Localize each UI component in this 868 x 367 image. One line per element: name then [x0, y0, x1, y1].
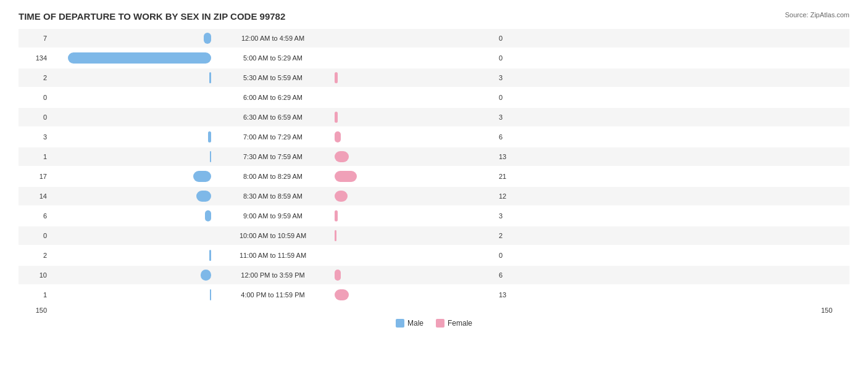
right-bar-container: [335, 72, 495, 83]
female-bar: [335, 191, 348, 202]
legend-male: Male: [396, 319, 424, 328]
right-value: 6: [495, 271, 527, 279]
left-value: 0: [19, 113, 51, 121]
left-value: 0: [19, 94, 51, 101]
left-bar-container: [51, 289, 211, 300]
right-bar-container: [335, 131, 495, 142]
right-value: 0: [495, 252, 527, 259]
bar-row: 1 4:00 PM to 11:59 PM 13: [19, 286, 849, 304]
time-label: 4:00 PM to 11:59 PM: [211, 291, 335, 299]
legend-male-box: [396, 319, 404, 328]
legend-female-box: [436, 319, 444, 328]
time-label: 7:30 AM to 7:59 AM: [211, 153, 335, 160]
left-bar-container: [51, 250, 211, 261]
male-bar: [196, 191, 211, 202]
right-value: 3: [495, 113, 527, 121]
bar-row: 2 11:00 AM to 11:59 AM 0: [19, 246, 849, 265]
chart-container: TIME OF DEPARTURE TO WORK BY SEX IN ZIP …: [0, 0, 868, 367]
right-bar-container: [335, 250, 495, 261]
right-bar-container: [335, 33, 495, 44]
right-bar-container: [335, 52, 495, 64]
left-bar-container: [51, 52, 211, 64]
time-label: 12:00 PM to 3:59 PM: [211, 271, 335, 279]
right-bar-container: [335, 210, 495, 221]
bar-row: 2 5:30 AM to 5:59 AM 3: [19, 68, 849, 87]
right-bar-container: [335, 171, 495, 182]
time-label: 8:30 AM to 8:59 AM: [211, 192, 335, 200]
male-bar: [68, 52, 211, 64]
bar-row: 0 6:00 AM to 6:29 AM 0: [19, 88, 849, 107]
female-bar: [335, 210, 338, 221]
bar-row: 0 6:30 AM to 6:59 AM 3: [19, 108, 849, 126]
male-bar: [201, 270, 211, 281]
left-bar-container: [51, 270, 211, 281]
right-value: 3: [495, 74, 527, 81]
left-value: 6: [19, 212, 51, 220]
right-bar-container: [335, 289, 495, 300]
left-value: 2: [19, 74, 51, 81]
right-bar-container: [335, 191, 495, 202]
left-bar-container: [51, 72, 211, 83]
female-bar: [335, 289, 349, 300]
time-label: 10:00 AM to 10:59 AM: [211, 232, 335, 239]
left-bar-container: [51, 171, 211, 182]
time-label: 8:00 AM to 8:29 AM: [211, 173, 335, 180]
bar-row: 7 12:00 AM to 4:59 AM 0: [19, 29, 849, 47]
time-label: 6:00 AM to 6:29 AM: [211, 94, 335, 101]
bar-row: 10 12:00 PM to 3:59 PM 6: [19, 266, 849, 284]
male-bar: [204, 33, 211, 44]
left-value: 17: [19, 173, 51, 180]
right-value: 0: [495, 54, 527, 62]
female-bar: [335, 230, 336, 241]
female-bar: [335, 270, 341, 281]
time-label: 11:00 AM to 11:59 AM: [211, 252, 335, 259]
left-value: 10: [19, 271, 51, 279]
right-value: 21: [495, 173, 527, 180]
bar-row: 134 5:00 AM to 5:29 AM 0: [19, 49, 849, 67]
female-bar: [335, 171, 357, 182]
right-value: 13: [495, 153, 527, 160]
left-value: 3: [19, 133, 51, 141]
legend-male-label: Male: [407, 319, 424, 328]
bar-row: 0 10:00 AM to 10:59 AM 2: [19, 226, 849, 245]
left-value: 14: [19, 192, 51, 200]
legend-female-label: Female: [448, 319, 472, 328]
time-label: 9:00 AM to 9:59 AM: [211, 212, 335, 220]
left-value: 7: [19, 35, 51, 42]
right-value: 0: [495, 94, 527, 101]
time-label: 6:30 AM to 6:59 AM: [211, 113, 335, 121]
male-bar: [205, 210, 211, 221]
right-bar-container: [335, 230, 495, 241]
left-bar-container: [51, 230, 211, 241]
chart-area: 7 12:00 AM to 4:59 AM 0 134 5:00 AM to 5…: [19, 29, 849, 304]
bar-row: 3 7:00 AM to 7:29 AM 6: [19, 128, 849, 146]
left-value: 1: [19, 291, 51, 299]
female-bar: [335, 112, 338, 123]
left-value: 0: [19, 232, 51, 239]
right-bar-container: [335, 270, 495, 281]
male-bar: [193, 171, 211, 182]
left-value: 134: [19, 54, 51, 62]
right-value: 6: [495, 133, 527, 141]
left-bar-container: [51, 151, 211, 162]
left-value: 1: [19, 153, 51, 160]
chart-title: TIME OF DEPARTURE TO WORK BY SEX IN ZIP …: [19, 11, 849, 22]
bar-row: 1 7:30 AM to 7:59 AM 13: [19, 147, 849, 166]
left-bar-container: [51, 112, 211, 123]
female-bar: [335, 151, 349, 162]
left-bar-container: [51, 131, 211, 142]
bar-row: 6 9:00 AM to 9:59 AM 3: [19, 207, 849, 225]
time-label: 5:30 AM to 5:59 AM: [211, 74, 335, 81]
source-text: Source: ZipAtlas.com: [785, 11, 849, 19]
right-value: 13: [495, 291, 527, 299]
right-value: 2: [495, 232, 527, 239]
axis-left-value: 150: [19, 307, 51, 314]
right-bar-container: [335, 151, 495, 162]
right-bar-container: [335, 92, 495, 103]
axis-right-value: 150: [817, 307, 849, 314]
axis-row: 150 150: [19, 307, 849, 314]
left-bar-container: [51, 191, 211, 202]
left-bar-container: [51, 210, 211, 221]
legend-female: Female: [436, 319, 472, 328]
time-label: 5:00 AM to 5:29 AM: [211, 54, 335, 62]
